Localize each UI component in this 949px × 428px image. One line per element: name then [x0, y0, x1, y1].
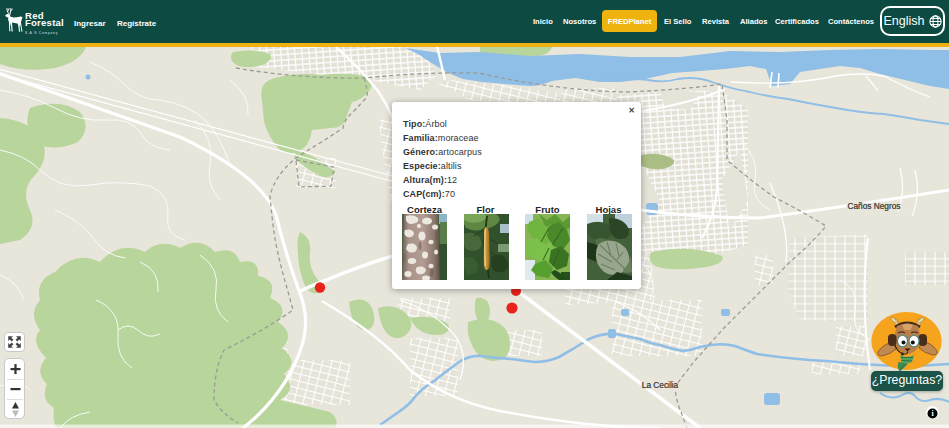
svg-text:Caños Negros: Caños Negros: [847, 201, 900, 211]
svg-text:La Cecilia: La Cecilia: [642, 380, 679, 390]
